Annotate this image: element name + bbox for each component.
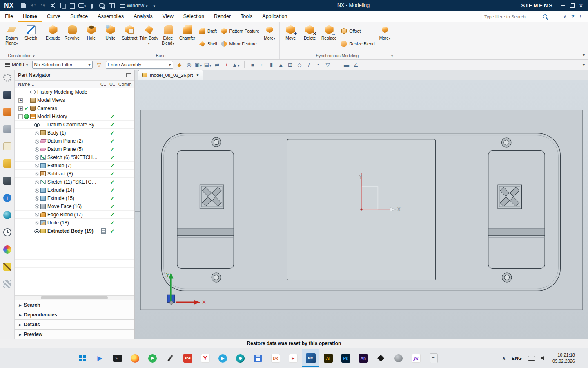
column-u-cell[interactable]: [108, 194, 117, 202]
help-icon[interactable]: [570, 13, 576, 20]
snap-grid-icon[interactable]: ⊞: [286, 61, 294, 69]
column-u-cell[interactable]: [108, 129, 117, 137]
visibility-eye-icon[interactable]: [33, 178, 40, 186]
cross-recess-boss-left[interactable]: [200, 185, 224, 209]
microphone-icon[interactable]: [87, 2, 96, 10]
restore-button[interactable]: [568, 2, 576, 10]
tree-item[interactable]: Unite (18): [15, 219, 134, 227]
visibility-eye-icon[interactable]: [33, 145, 40, 153]
internet-icon[interactable]: [3, 211, 11, 219]
tree-item[interactable]: Datum Coordinate Sy...: [15, 121, 134, 129]
app-inkscape[interactable]: [372, 349, 390, 367]
selection-scope-combo[interactable]: Entire Assembly: [106, 61, 173, 69]
horizontal-scrollbar[interactable]: [15, 295, 134, 300]
ribbon-small-button[interactable]: Mirror Feature: [220, 39, 260, 48]
more-button-base[interactable]: More: [261, 22, 278, 52]
visibility-eye-icon[interactable]: [33, 153, 40, 162]
redo-icon[interactable]: ↷: [38, 2, 47, 10]
visibility-eye-icon[interactable]: [23, 96, 30, 104]
ribbon-button[interactable]: Subtract: [120, 22, 139, 52]
ribbon-button[interactable]: Hole: [82, 22, 101, 52]
tab-assemblies[interactable]: Assemblies: [93, 11, 129, 22]
tree-item[interactable]: Datum Plane (2): [15, 137, 134, 145]
tree-item[interactable]: Body (1): [15, 129, 134, 137]
visibility-eye-icon[interactable]: [23, 104, 30, 112]
visibility-eye-icon[interactable]: [33, 162, 40, 170]
command-finder-icon[interactable]: [97, 2, 106, 10]
app-telegram[interactable]: [214, 349, 232, 367]
ribbon-button[interactable]: Replace: [319, 22, 339, 52]
tab-render[interactable]: Render: [209, 11, 236, 22]
column-u-cell[interactable]: [108, 202, 117, 211]
section-preview[interactable]: Preview: [15, 329, 134, 339]
search-icon[interactable]: [543, 14, 548, 20]
paste-icon[interactable]: [68, 2, 77, 10]
tree-item[interactable]: Extracted Body (19): [15, 227, 134, 235]
settings-gear-icon[interactable]: [3, 74, 11, 82]
tab-selection[interactable]: Selection: [178, 11, 209, 22]
hd3d-tools-icon[interactable]: [3, 159, 11, 168]
visibility-eye-icon[interactable]: [33, 194, 40, 202]
display-mode-drop[interactable]: ▣: [194, 61, 203, 69]
tab-surface[interactable]: Surface: [65, 11, 93, 22]
constraint-navigator-icon[interactable]: [3, 108, 11, 116]
templates-icon[interactable]: [3, 280, 11, 288]
ribbon-small-button[interactable]: Pattern Feature: [220, 27, 260, 36]
ribbon-button[interactable]: Edge Blend: [158, 22, 178, 52]
tab-analysis[interactable]: Analysis: [129, 11, 158, 22]
minimize-button[interactable]: [559, 2, 567, 10]
app-pen-tool[interactable]: [161, 349, 179, 367]
snap-solid-face-icon[interactable]: ■: [249, 61, 257, 69]
section-search[interactable]: Search: [15, 300, 134, 310]
ribbon-small-button[interactable]: Shell: [198, 39, 217, 48]
snap-point-icon[interactable]: •: [314, 61, 323, 69]
visibility-eye-icon[interactable]: [23, 112, 30, 121]
ribbon-small-button[interactable]: Resize Blend: [340, 39, 374, 48]
filter-icon[interactable]: ▽: [95, 61, 103, 69]
tree-item[interactable]: Sketch (11) "SKETCH_...: [15, 178, 134, 186]
tree-item[interactable]: Sketch (6) "SKETCH_...: [15, 153, 134, 162]
show-hide-drop[interactable]: ▤: [204, 61, 212, 69]
snap-plane-icon[interactable]: ◇: [296, 61, 304, 69]
app-draftsight[interactable]: Dx: [267, 349, 284, 367]
visibility-eye-icon[interactable]: [23, 88, 30, 96]
app-photoshop[interactable]: Ps: [337, 349, 354, 367]
undock-icon[interactable]: [126, 73, 131, 77]
ribbon-button[interactable]: Delete: [300, 22, 319, 52]
touch-keyboard-icon[interactable]: [528, 356, 535, 361]
app-messenger[interactable]: [232, 349, 249, 367]
column-u-cell[interactable]: [108, 178, 117, 186]
smart-selection-icon[interactable]: ◎: [185, 61, 193, 69]
ribbon-button[interactable]: Move: [281, 22, 300, 52]
app-media-player[interactable]: [144, 349, 161, 367]
column-u-cell[interactable]: [108, 227, 117, 235]
tab-view[interactable]: View: [158, 11, 178, 22]
language-indicator[interactable]: ENG: [512, 356, 522, 361]
tree-item[interactable]: Extrude (15): [15, 194, 134, 202]
snap-point-toggle-icon[interactable]: ◆: [176, 61, 184, 69]
scrollbar-thumb[interactable]: [41, 296, 108, 299]
history-icon[interactable]: [3, 228, 11, 236]
column-u-cell[interactable]: [108, 162, 117, 170]
snap-cone-icon[interactable]: ▲: [277, 61, 285, 69]
group-options-chevron[interactable]: [391, 53, 393, 58]
tray-expand-chevron[interactable]: ∧: [502, 356, 506, 361]
ribbon-options-chevron[interactable]: [583, 52, 585, 58]
visibility-eye-icon[interactable]: [33, 137, 40, 145]
copy-icon[interactable]: [58, 2, 67, 10]
tree-expander-icon[interactable]: -: [18, 114, 23, 119]
app-gimp[interactable]: [390, 349, 407, 367]
command-alert-icon[interactable]: [577, 13, 584, 20]
visibility-eye-icon[interactable]: [33, 121, 40, 129]
column-name[interactable]: Name: [15, 82, 99, 87]
app-pdf[interactable]: PDF: [179, 349, 196, 367]
more-button-sync[interactable]: More: [376, 22, 394, 52]
section-dependencies[interactable]: Dependencies: [15, 310, 134, 319]
reuse-library-icon[interactable]: [3, 142, 11, 150]
app-backup[interactable]: [249, 349, 267, 367]
snap-angle-icon[interactable]: ∠: [352, 61, 360, 69]
qat-customize-chevron[interactable]: [153, 3, 155, 9]
menu-button[interactable]: Menu: [3, 62, 30, 67]
capture-drop-icon[interactable]: [78, 2, 87, 10]
column-u-cell[interactable]: [108, 170, 117, 178]
